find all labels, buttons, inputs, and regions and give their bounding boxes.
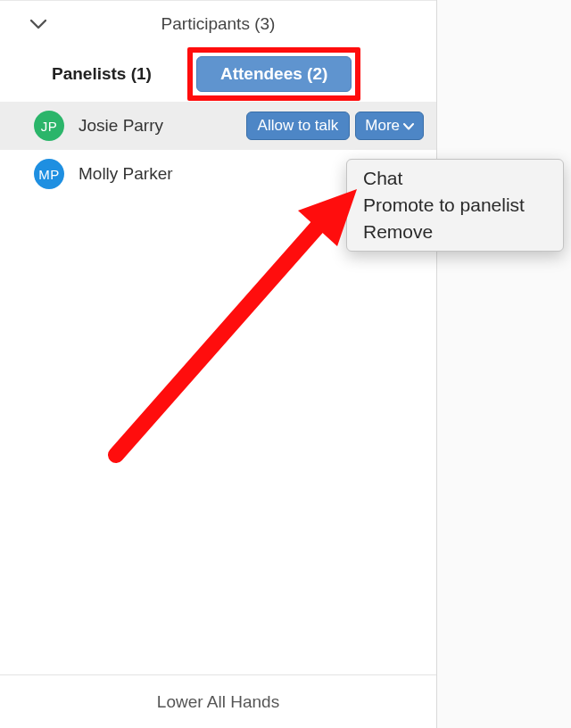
spacer xyxy=(0,198,436,674)
menu-item-promote[interactable]: Promote to panelist xyxy=(347,192,563,219)
more-button-label: More xyxy=(365,117,400,135)
panel-title: Participants (3) xyxy=(0,14,436,34)
tab-attendees[interactable]: Attendees (2) xyxy=(196,56,352,92)
panel-footer: Lower All Hands xyxy=(0,674,436,728)
allow-to-talk-button[interactable]: Allow to talk xyxy=(246,112,351,140)
avatar: MP xyxy=(34,159,64,189)
attendee-row[interactable]: JP Josie Parry Allow to talk More xyxy=(0,102,436,150)
tabs: Panelists (1) Attendees (2) xyxy=(0,46,436,102)
row-actions: Allow to talk More xyxy=(246,112,424,140)
attendee-name: Josie Parry xyxy=(79,116,232,136)
more-menu: Chat Promote to panelist Remove xyxy=(346,159,564,252)
menu-item-chat[interactable]: Chat xyxy=(347,165,563,192)
chevron-down-icon xyxy=(403,117,414,135)
panel-header: Participants (3) xyxy=(0,0,436,46)
participants-panel: Participants (3) Panelists (1) Attendees… xyxy=(0,0,437,728)
more-button[interactable]: More xyxy=(355,112,424,140)
tab-panelists[interactable]: Panelists (1) xyxy=(43,57,161,91)
chevron-down-icon[interactable] xyxy=(30,19,46,29)
lower-all-hands-button[interactable]: Lower All Hands xyxy=(157,692,279,712)
avatar: JP xyxy=(34,111,64,141)
annotation-highlight-box: Attendees (2) xyxy=(187,47,360,101)
menu-item-remove[interactable]: Remove xyxy=(347,219,563,245)
